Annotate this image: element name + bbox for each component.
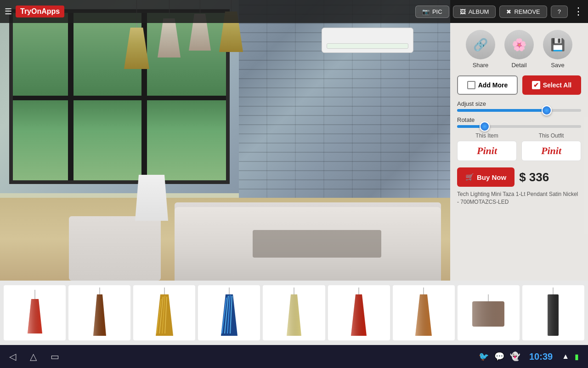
adjust-size-label: Adjust size xyxy=(457,100,581,107)
thumbnail-item-9[interactable] xyxy=(522,285,584,340)
svg-marker-5 xyxy=(93,294,106,336)
pinit-section: This Item Pinit This Outfit Pinit xyxy=(457,132,581,161)
buy-now-label: Buy Now xyxy=(477,173,506,181)
panel-actions: 🔗 Share 🌸 Detail 💾 Save xyxy=(457,30,581,69)
detail-label: Detail xyxy=(511,62,526,69)
album-button[interactable]: 🖼 ALBUM xyxy=(453,6,496,18)
cart-icon: 🛒 xyxy=(465,173,474,181)
pinit-this-outfit: This Outfit Pinit xyxy=(521,132,581,161)
remove-icon: ✖ xyxy=(506,8,511,15)
battery-icon: ▮ xyxy=(575,352,579,361)
thumbnail-strip xyxy=(0,281,588,345)
buy-row: 🛒 Buy Now $ 336 xyxy=(457,167,581,187)
checkbox-checked-icon: ✔ xyxy=(532,81,540,89)
plant-pot xyxy=(133,175,170,221)
save-action[interactable]: 💾 Save xyxy=(543,30,572,69)
album-icon: 🖼 xyxy=(460,8,466,15)
this-outfit-label: This Outfit xyxy=(539,132,564,139)
thumbnail-item-8[interactable] xyxy=(458,285,520,340)
more-button[interactable]: ⋮ xyxy=(573,6,583,17)
main-scene xyxy=(0,0,450,281)
hamburger-icon[interactable]: ☰ xyxy=(5,6,12,17)
window-frame-h xyxy=(13,96,226,100)
ghost-icon[interactable]: 👻 xyxy=(510,351,520,362)
album-label: ALBUM xyxy=(469,8,489,15)
thumb-image-4 xyxy=(215,288,243,338)
select-all-label: Select All xyxy=(543,81,572,89)
share-icon: 🔗 xyxy=(473,38,488,52)
remove-label: REMOVE xyxy=(514,8,540,15)
thumbnail-item-4[interactable] xyxy=(198,285,260,340)
price-display: $ 336 xyxy=(519,170,549,184)
thumbnail-item-5[interactable] xyxy=(263,285,325,340)
camera-icon: 📷 xyxy=(422,8,430,15)
pic-button[interactable]: 📷 PIC xyxy=(415,6,449,18)
adjust-size-fill xyxy=(457,109,544,112)
share-label: Share xyxy=(473,62,489,69)
this-item-label: This Item xyxy=(475,132,498,139)
svg-marker-23 xyxy=(351,294,367,336)
save-icon-circle: 💾 xyxy=(543,30,572,59)
thumbnail-item-2[interactable] xyxy=(68,285,130,340)
adjust-size-track[interactable] xyxy=(457,109,581,112)
remove-button[interactable]: ✖ REMOVE xyxy=(499,6,547,18)
svg-rect-32 xyxy=(548,294,559,336)
save-label: Save xyxy=(551,62,565,69)
home-button[interactable]: △ xyxy=(30,351,37,362)
thumb-image-7 xyxy=(409,288,439,338)
help-label: ? xyxy=(558,8,561,15)
pendant-shade-1 xyxy=(124,28,149,69)
coffee-table xyxy=(253,230,381,258)
thumbnail-item-1[interactable] xyxy=(4,285,66,340)
status-icons: 🐦 💬 👻 10:39 ▲ ▮ xyxy=(479,351,579,362)
thumb-image-8 xyxy=(468,294,509,331)
pinit-this-item: This Item Pinit xyxy=(457,132,517,161)
adjust-size-section: Adjust size xyxy=(457,100,581,112)
help-button[interactable]: ? xyxy=(551,6,568,18)
add-more-label: Add More xyxy=(478,81,508,89)
message-icon[interactable]: 💬 xyxy=(494,351,504,362)
twitter-icon[interactable]: 🐦 xyxy=(479,351,489,362)
detail-action[interactable]: 🌸 Detail xyxy=(504,30,534,69)
rotate-label: Rotate xyxy=(457,116,581,123)
svg-marker-26 xyxy=(415,294,432,336)
select-all-button[interactable]: ✔ Select All xyxy=(522,75,581,95)
thumb-image-9 xyxy=(544,288,562,338)
rotate-fill xyxy=(457,125,482,128)
pendant-shade-2 xyxy=(158,18,181,58)
product-description: Tech Lighting Mini Taza 1-Lt Pendant Sat… xyxy=(457,190,581,206)
thumbnail-item-3[interactable] xyxy=(133,285,195,340)
rotate-section: Rotate xyxy=(457,116,581,128)
thumb-image-2 xyxy=(86,288,113,338)
logo-area: ☰ TryOnApps xyxy=(5,6,64,17)
share-action[interactable]: 🔗 Share xyxy=(466,30,495,69)
rotate-track[interactable] xyxy=(457,125,581,128)
recent-apps-button[interactable]: ▭ xyxy=(51,351,59,362)
detail-icon: 🌸 xyxy=(512,38,526,52)
armchair xyxy=(69,216,161,281)
pinit-outfit-button[interactable]: Pinit xyxy=(521,141,581,161)
checkbox-unchecked-icon xyxy=(467,81,475,89)
buy-now-button[interactable]: 🛒 Buy Now xyxy=(457,167,514,187)
thumb-image-5 xyxy=(280,288,308,338)
add-more-button[interactable]: Add More xyxy=(457,75,518,95)
thumb-image-3 xyxy=(148,288,181,338)
ac-vents xyxy=(327,43,408,49)
ac-unit xyxy=(322,28,413,53)
svg-marker-13 xyxy=(221,294,237,336)
thumbnail-item-7[interactable] xyxy=(393,285,455,340)
pic-label: PIC xyxy=(432,8,442,15)
thumbnail-item-6[interactable] xyxy=(328,285,390,340)
svg-marker-20 xyxy=(287,294,301,336)
adjust-size-thumb[interactable] xyxy=(542,105,552,115)
thumb-image-6 xyxy=(345,288,373,338)
wifi-icon: ▲ xyxy=(562,352,569,361)
time-display: 10:39 xyxy=(529,351,553,362)
rotate-thumb[interactable] xyxy=(480,121,490,132)
thumb-image-1 xyxy=(21,290,49,336)
app-logo[interactable]: TryOnApps xyxy=(16,6,64,17)
pinit-item-button[interactable]: Pinit xyxy=(457,141,517,161)
right-panel: 🔗 Share 🌸 Detail 💾 Save Add More ✔ Selec… xyxy=(450,23,588,281)
back-button[interactable]: ◁ xyxy=(9,351,16,362)
detail-icon-circle: 🌸 xyxy=(504,30,534,59)
